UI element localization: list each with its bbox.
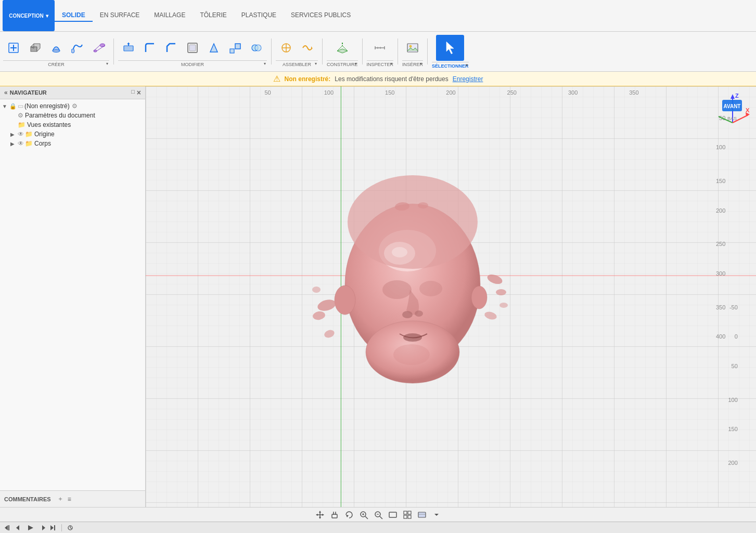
- selectionner-buttons: [436, 35, 464, 61]
- svg-point-20: [255, 45, 261, 51]
- save-link[interactable]: Enregistrer: [453, 75, 483, 83]
- sep5: [398, 38, 398, 64]
- playback-next[interactable]: [39, 524, 46, 531]
- tab-en-surface[interactable]: EN SURFACE: [93, 9, 147, 22]
- toolbar-group-assembler: ASSEMBLER: [275, 36, 319, 67]
- sep4: [362, 38, 363, 64]
- svg-point-78: [496, 289, 506, 295]
- modifier-buttons: [118, 36, 267, 59]
- tab-services-publics[interactable]: SERVICES PUBLICS: [284, 9, 358, 22]
- navigator-panel: « NAVIGATEUR □ × ▼ 🔒 ▭ (Non enregistré) …: [0, 86, 146, 507]
- draft-button[interactable]: [203, 36, 224, 59]
- assembler-label[interactable]: ASSEMBLER: [276, 60, 318, 67]
- measure-button[interactable]: [369, 36, 390, 59]
- head-model: [298, 149, 532, 461]
- scale-button[interactable]: [225, 36, 246, 59]
- svg-text:300: 300: [716, 270, 725, 277]
- inspecter-label[interactable]: INSPECTER: [367, 60, 394, 67]
- playback-play[interactable]: [27, 524, 34, 531]
- svg-point-65: [419, 281, 442, 296]
- creer-buttons: [3, 36, 109, 59]
- sweep-button[interactable]: [67, 36, 88, 59]
- tab-plastique[interactable]: PLASTIQUE: [234, 9, 284, 22]
- loft-button[interactable]: [88, 36, 109, 59]
- select-button[interactable]: [436, 35, 464, 61]
- construire-buttons: [332, 36, 353, 59]
- nav-settings-icon[interactable]: ⚙: [72, 102, 78, 110]
- display-mode-1[interactable]: [387, 509, 399, 521]
- zoom-tool-btn[interactable]: [358, 509, 369, 521]
- nav-eye-icon-origine[interactable]: 👁: [18, 131, 24, 138]
- display-mode-3[interactable]: [416, 509, 428, 521]
- move-tool-btn[interactable]: [314, 509, 326, 521]
- revolve-button[interactable]: [46, 36, 67, 59]
- svg-rect-122: [54, 525, 55, 530]
- creer-label[interactable]: CRÉER: [3, 60, 109, 67]
- extrude-button[interactable]: [24, 36, 45, 59]
- rotate-tool-btn[interactable]: [343, 509, 355, 521]
- pan-tool-btn[interactable]: [329, 509, 340, 521]
- nav-item-origine[interactable]: ▶ 👁 📁 Origine: [0, 129, 145, 139]
- nav-corps-label: Corps: [34, 140, 51, 147]
- svg-point-70: [335, 285, 355, 315]
- sep2: [271, 38, 272, 64]
- svg-marker-100: [346, 515, 349, 517]
- motion-button[interactable]: [297, 36, 318, 59]
- svg-marker-16: [210, 44, 217, 52]
- sep6: [427, 38, 428, 64]
- assembler-buttons: [276, 36, 318, 59]
- selectionner-label[interactable]: SÉLECTIONNER: [432, 62, 469, 69]
- svg-rect-11: [124, 46, 133, 51]
- nav-item-vues[interactable]: ▶ 📁 Vues existantes: [0, 120, 145, 129]
- svg-text:100: 100: [728, 397, 737, 403]
- inserer-label[interactable]: INSÉRER: [402, 60, 423, 67]
- playback-end[interactable]: [50, 524, 57, 531]
- nav-item-doc[interactable]: ▼ 🔒 ▭ (Non enregistré) ⚙: [0, 101, 145, 111]
- svg-text:150: 150: [385, 89, 394, 96]
- plane-button[interactable]: [332, 36, 353, 59]
- nav-eye-icon-corps[interactable]: 👁: [18, 140, 24, 147]
- comments-add-icon[interactable]: ＋: [57, 495, 63, 503]
- tab-solide[interactable]: SOLIDE: [55, 9, 93, 22]
- nav-close-icon[interactable]: ×: [137, 88, 141, 97]
- nav-toggle-origine[interactable]: ▶: [10, 132, 18, 137]
- playback-start[interactable]: [4, 524, 11, 531]
- nav-expand-icon[interactable]: □: [131, 88, 135, 97]
- tab-maillage[interactable]: MAILLAGE: [147, 9, 193, 22]
- combine-button[interactable]: [246, 36, 267, 59]
- joint-button[interactable]: [276, 36, 297, 59]
- svg-point-75: [323, 329, 336, 339]
- nav-toggle-corps[interactable]: ▶: [10, 141, 18, 147]
- fillet-button[interactable]: [139, 36, 160, 59]
- warning-text: Non enregistré:: [285, 75, 331, 83]
- new-sketch-button[interactable]: [3, 36, 24, 59]
- conception-button[interactable]: CONCEPTION ▾: [3, 0, 55, 31]
- nav-toggle-doc[interactable]: ▼: [2, 103, 9, 109]
- nav-double-arrow: «: [4, 89, 8, 96]
- nav-item-params[interactable]: ▶ ⚙ Paramètres du document: [0, 111, 145, 120]
- shell-button[interactable]: [182, 36, 203, 59]
- svg-rect-111: [404, 515, 407, 518]
- modifier-label[interactable]: MODIFIER: [118, 60, 267, 67]
- playback-prev[interactable]: [16, 524, 23, 531]
- viewport[interactable]: 50 100 150 200 250 300 350 400 -50 0 50 …: [146, 86, 756, 507]
- timeline-icon[interactable]: [66, 524, 74, 532]
- svg-rect-18: [235, 44, 240, 49]
- zoom-minus-btn[interactable]: [373, 509, 384, 521]
- dropdown-display[interactable]: [431, 509, 442, 521]
- axis-cube[interactable]: Z X AVANT BAS: [714, 92, 751, 133]
- svg-point-77: [486, 273, 504, 286]
- toolbar-group-inspecter: INSPECTER: [366, 36, 395, 67]
- comments-expand-icon[interactable]: ≡: [68, 496, 71, 503]
- svg-line-125: [70, 528, 72, 529]
- insert-image-button[interactable]: [402, 36, 423, 59]
- construire-label[interactable]: CONSTRUIRE: [327, 60, 358, 67]
- inspecter-buttons: [369, 36, 390, 59]
- tab-tolerie[interactable]: TÔLERIE: [193, 9, 234, 22]
- display-mode-2[interactable]: [402, 509, 413, 521]
- navigator-content: ▼ 🔒 ▭ (Non enregistré) ⚙ ▶ ⚙ Paramètres …: [0, 99, 145, 490]
- chamfer-button[interactable]: [161, 36, 182, 59]
- nav-item-corps[interactable]: ▶ 👁 📁 Corps: [0, 139, 145, 148]
- press-pull-button[interactable]: [118, 36, 139, 59]
- svg-point-35: [409, 45, 412, 47]
